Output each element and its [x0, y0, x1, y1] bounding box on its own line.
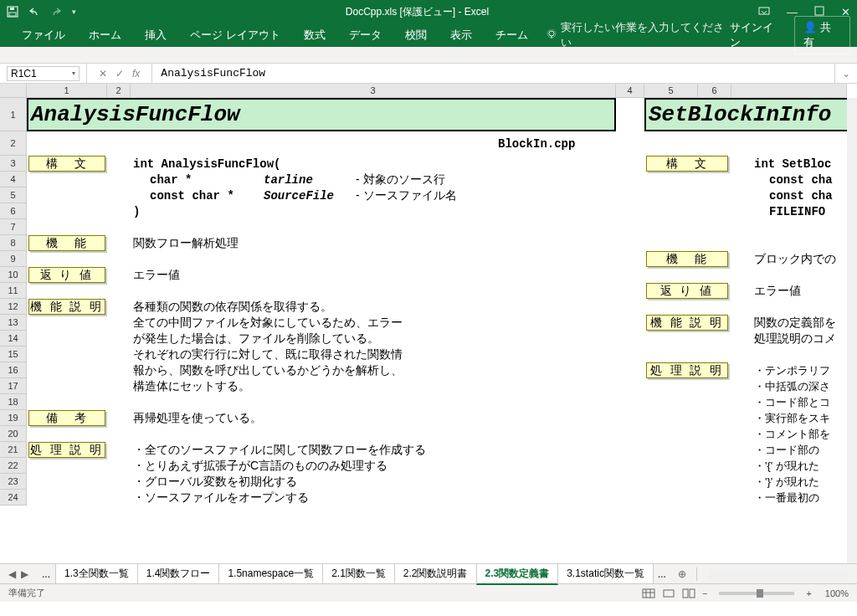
qat-dropdown-icon[interactable]: ▾ — [72, 8, 76, 16]
tabs-ellipsis[interactable]: ... — [37, 568, 55, 580]
col-header[interactable]: 6 — [698, 84, 731, 98]
cancel-formula-icon[interactable]: ✕ — [99, 68, 107, 80]
cell[interactable]: ・'{' が現れた — [752, 458, 822, 474]
row-header[interactable]: 7 — [0, 219, 27, 235]
label-func[interactable]: 機 能 — [28, 235, 105, 251]
tell-me-input[interactable]: 実行したい作業を入力してください — [547, 20, 731, 50]
tab-layout[interactable]: ページ レイアウト — [178, 28, 292, 43]
label-note[interactable]: 備 考 — [28, 410, 105, 426]
cell[interactable]: ・コメント部を — [752, 426, 833, 442]
cell[interactable]: - ソースファイル名 — [353, 187, 459, 203]
tab-view[interactable]: 表示 — [439, 28, 484, 43]
row-header[interactable]: 23 — [0, 474, 27, 490]
col-header[interactable]: 3 — [131, 84, 616, 98]
cell[interactable]: 再帰処理を使っている。 — [131, 410, 264, 426]
row-header[interactable]: 4 — [0, 172, 27, 187]
cell[interactable]: ・一番最初の — [752, 490, 822, 506]
sheet-tab-active[interactable]: 2.3関数定義書 — [476, 563, 559, 585]
row-header[interactable]: 20 — [0, 426, 27, 442]
cell[interactable]: 関数の定義部を — [752, 315, 839, 331]
cell[interactable]: ) — [131, 203, 142, 219]
row-header[interactable]: 12 — [0, 299, 27, 315]
col-header[interactable]: 2 — [107, 84, 131, 98]
row-header[interactable]: 11 — [0, 283, 27, 299]
tab-nav-next-icon[interactable]: ▶ — [21, 568, 28, 580]
tab-nav-prev-icon[interactable]: ◀ — [8, 568, 16, 580]
sheet-tab[interactable]: 1.4関数フロー — [137, 563, 220, 584]
row-header[interactable]: 22 — [0, 458, 27, 474]
row-header[interactable]: 13 — [0, 315, 27, 331]
tab-insert[interactable]: 挿入 — [133, 28, 178, 43]
label-syntax[interactable]: 構 文 — [28, 156, 105, 172]
cell[interactable]: ・グローバル変数を初期化する — [131, 474, 300, 490]
row-header[interactable]: 9 — [0, 251, 27, 267]
tab-data[interactable]: データ — [337, 28, 393, 43]
label-funcdesc[interactable]: 機 能 説 明 — [646, 315, 728, 331]
cell[interactable]: ・とりあえず拡張子がC言語のもののみ処理する — [131, 458, 390, 474]
col-header[interactable] — [731, 84, 847, 98]
cell[interactable]: ・ソースファイルをオープンする — [131, 490, 311, 506]
cell[interactable]: 処理説明のコメ — [752, 331, 839, 346]
cell[interactable]: const char * — [147, 187, 237, 203]
formula-expand-icon[interactable]: ⌄ — [834, 64, 857, 83]
cell[interactable]: int AnalysisFuncFlow( — [131, 156, 283, 172]
horizontal-scrollbar[interactable] — [709, 569, 849, 579]
cell[interactable]: 関数フロー解析処理 — [131, 235, 241, 251]
row-header[interactable]: 17 — [0, 378, 27, 394]
view-normal-icon[interactable] — [642, 588, 655, 598]
row-header[interactable]: 16 — [0, 362, 27, 378]
row-header[interactable]: 10 — [0, 267, 27, 283]
col-header[interactable]: 5 — [644, 84, 698, 98]
row-header[interactable]: 15 — [0, 346, 27, 362]
cell[interactable]: ・テンポラリフ — [752, 362, 833, 378]
cell[interactable]: ・コード部とコ — [752, 394, 833, 410]
tab-home[interactable]: ホーム — [77, 28, 133, 43]
undo-icon[interactable] — [28, 7, 40, 17]
label-syntax[interactable]: 構 文 — [646, 156, 728, 172]
sheet-tab[interactable]: 2.2関数説明書 — [394, 563, 477, 584]
cell[interactable]: 全ての中間ファイルを対象にしているため、エラー — [131, 315, 405, 331]
tabs-ellipsis[interactable]: ... — [653, 568, 671, 580]
tab-file[interactable]: ファイル — [10, 28, 77, 43]
label-retval[interactable]: 返 り 値 — [646, 283, 728, 299]
enter-formula-icon[interactable]: ✓ — [115, 68, 124, 80]
close-icon[interactable]: ✕ — [841, 6, 850, 18]
tab-team[interactable]: チーム — [484, 28, 540, 43]
cell[interactable]: ・中括弧の深さ — [752, 378, 833, 394]
row-header[interactable]: 1 — [0, 98, 27, 131]
cell[interactable]: const cha — [767, 172, 835, 187]
cell[interactable]: それぞれの実行行に対して、既に取得された関数情 — [131, 346, 405, 362]
title-cell[interactable]: SetBlockInInfo — [644, 98, 857, 131]
cell[interactable]: FILEINFO — [767, 203, 828, 219]
sheet-tab[interactable]: 2.1関数一覧 — [322, 563, 395, 584]
sheet-tab[interactable]: 3.1static関数一覧 — [557, 563, 654, 584]
ribbon-options-icon[interactable] — [758, 6, 770, 18]
cell[interactable]: 構造体にセットする。 — [131, 378, 253, 394]
cell[interactable]: BlockIn.cpp — [495, 131, 577, 156]
tab-formulas[interactable]: 数式 — [292, 28, 337, 43]
row-header[interactable]: 3 — [0, 156, 27, 172]
redo-icon[interactable] — [50, 7, 62, 17]
row-header[interactable]: 19 — [0, 410, 27, 426]
cell[interactable]: ・コード部の — [752, 442, 822, 458]
cell[interactable]: ・実行部をスキ — [752, 410, 833, 426]
cell[interactable]: ・全てのソースファイルに関して関数フローを作成する — [131, 442, 428, 458]
row-header[interactable]: 6 — [0, 203, 27, 219]
cell[interactable]: SourceFile — [261, 187, 336, 203]
title-cell[interactable]: AnalysisFuncFlow — [27, 98, 616, 131]
cell[interactable]: ・'}' が現れた — [752, 474, 822, 490]
maximize-icon[interactable] — [814, 6, 824, 18]
row-header[interactable]: 2 — [0, 131, 27, 156]
label-func[interactable]: 機 能 — [646, 251, 728, 267]
name-box[interactable]: R1C1▾ — [7, 66, 80, 81]
formula-input[interactable]: AnalysisFuncFlow — [152, 67, 834, 80]
row-header[interactable]: 5 — [0, 187, 27, 203]
zoom-value[interactable]: 100% — [825, 588, 849, 598]
cell[interactable]: 報から、関数を呼び出しているかどうかを解析し、 — [131, 362, 405, 378]
cell[interactable]: 各種類の関数の依存関係を取得する。 — [131, 299, 335, 315]
cell[interactable]: ブロック内での — [752, 251, 839, 267]
label-funcdesc[interactable]: 機 能 説 明 — [28, 299, 105, 315]
row-header[interactable]: 8 — [0, 235, 27, 251]
zoom-in-icon[interactable]: + — [806, 588, 811, 598]
label-retval[interactable]: 返 り 値 — [28, 267, 105, 283]
